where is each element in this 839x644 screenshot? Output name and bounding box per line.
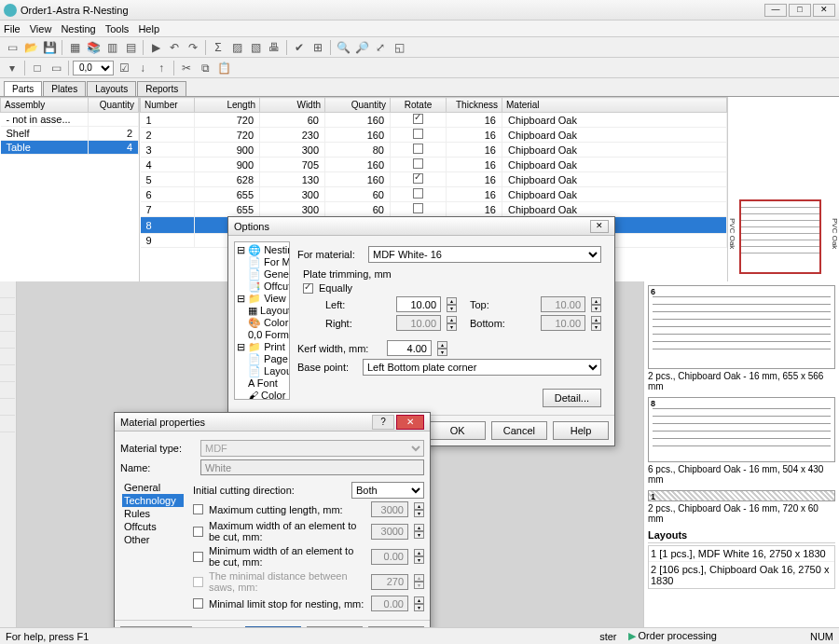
options-ok-button[interactable]: OK bbox=[430, 421, 486, 440]
zoom-fit-icon[interactable]: ⤢ bbox=[372, 39, 389, 56]
boxplus-icon[interactable]: □ bbox=[29, 60, 46, 76]
doc-icon[interactable]: ▤ bbox=[122, 39, 139, 56]
base-combo[interactable]: Left Bottom plate corner bbox=[363, 359, 601, 376]
side-offcuts[interactable]: Offcuts bbox=[122, 520, 184, 533]
parts-row[interactable]: 66553006016Chipboard Oak bbox=[141, 187, 727, 202]
layouts-row[interactable]: 2 [106 pcs.], Chipboard Oak 16, 2750 x 1… bbox=[649, 562, 834, 588]
zoom-in-icon[interactable]: 🔍 bbox=[335, 39, 351, 56]
menu-nesting[interactable]: Nesting bbox=[61, 23, 95, 34]
col-rotate[interactable]: Rotate bbox=[391, 98, 447, 113]
up-icon[interactable]: ↑ bbox=[153, 60, 170, 76]
minw-checkbox[interactable] bbox=[193, 552, 203, 562]
options-tree[interactable]: ⊟ 🌐 Nesting 📄 For Material 📄 General 📑 O… bbox=[234, 241, 290, 400]
new-icon[interactable]: ▭ bbox=[4, 39, 21, 56]
vtool-5[interactable] bbox=[0, 349, 15, 365]
vtool-9[interactable] bbox=[0, 416, 15, 432]
options-help-button[interactable]: Help bbox=[553, 421, 609, 440]
parts-row[interactable]: 272023016016Chipboard Oak bbox=[141, 128, 727, 143]
maxw-checkbox[interactable] bbox=[193, 527, 203, 537]
menu-file[interactable]: File bbox=[4, 23, 21, 34]
grid-icon[interactable]: ⊞ bbox=[309, 39, 326, 56]
down-icon[interactable]: ↓ bbox=[134, 60, 151, 76]
paste-icon[interactable]: 📋 bbox=[215, 60, 232, 76]
rotate-checkbox[interactable] bbox=[413, 129, 423, 139]
zoom-out-icon[interactable]: 🔎 bbox=[353, 39, 370, 56]
sigma-icon[interactable]: Σ bbox=[210, 39, 227, 56]
undo-icon[interactable]: ↶ bbox=[166, 39, 183, 56]
checklist-icon[interactable]: ☑ bbox=[116, 60, 132, 76]
sheet-icon[interactable]: ▥ bbox=[103, 39, 120, 56]
open-icon[interactable]: 📂 bbox=[22, 39, 39, 56]
rotate-checkbox[interactable] bbox=[413, 203, 423, 213]
thumb-1[interactable]: 1 bbox=[648, 490, 835, 501]
chart-icon[interactable]: ▨ bbox=[228, 39, 245, 56]
boxminus-icon[interactable]: ▭ bbox=[48, 60, 64, 76]
options-cancel-button[interactable]: Cancel bbox=[491, 421, 547, 440]
col-thickness[interactable]: Thickness bbox=[447, 98, 502, 113]
col-quantity[interactable]: Quantity bbox=[325, 98, 391, 113]
parts-row[interactable]: 39003008016Chipboard Oak bbox=[141, 143, 727, 158]
vtool-2[interactable] bbox=[0, 298, 15, 315]
tab-parts[interactable]: Parts bbox=[4, 81, 42, 96]
maxlen-checkbox[interactable] bbox=[193, 504, 203, 514]
format-combo[interactable]: 0,0 bbox=[73, 61, 114, 75]
col-material[interactable]: Material bbox=[502, 98, 727, 113]
vtool-7[interactable] bbox=[0, 382, 15, 399]
zoom-sel-icon[interactable]: ◱ bbox=[391, 39, 407, 56]
thumb-6[interactable]: 6 bbox=[648, 285, 835, 369]
rotate-checkbox[interactable] bbox=[413, 188, 423, 199]
parts-row[interactable]: 76553006016Chipboard Oak bbox=[141, 202, 727, 217]
menu-tools[interactable]: Tools bbox=[105, 23, 130, 34]
copy-icon[interactable]: ⧉ bbox=[197, 60, 213, 76]
books-icon[interactable]: 📚 bbox=[85, 39, 102, 56]
export-icon[interactable]: ▧ bbox=[247, 39, 264, 56]
rotate-checkbox[interactable] bbox=[413, 173, 423, 184]
mat-help-icon[interactable]: ? bbox=[372, 415, 394, 430]
for-material-combo[interactable]: MDF White- 16 bbox=[368, 246, 601, 263]
side-general[interactable]: General bbox=[122, 481, 184, 494]
options-close-icon[interactable]: ✕ bbox=[590, 220, 609, 233]
layouts-row[interactable]: 1 [1 pcs.], MDF White 16, 2750 x 1830 bbox=[649, 546, 834, 562]
rotate-checkbox[interactable] bbox=[413, 158, 423, 169]
vtool-8[interactable] bbox=[0, 399, 15, 416]
tile-icon[interactable]: ▦ bbox=[66, 39, 83, 56]
save-icon[interactable]: 💾 bbox=[41, 39, 58, 56]
col-width[interactable]: Width bbox=[260, 98, 325, 113]
col-length[interactable]: Length bbox=[195, 98, 260, 113]
col-qty[interactable]: Quantity bbox=[89, 98, 139, 113]
parts-row[interactable]: 17206016016Chipboard Oak bbox=[141, 113, 727, 128]
menu-view[interactable]: View bbox=[30, 23, 52, 34]
col-assembly[interactable]: Assembly bbox=[1, 98, 89, 113]
tab-plates[interactable]: Plates bbox=[43, 81, 86, 96]
minimize-button[interactable]: — bbox=[764, 4, 787, 17]
rotate-checkbox[interactable] bbox=[413, 144, 423, 154]
thumb-8[interactable]: 8 bbox=[648, 397, 835, 462]
vtool-1[interactable] bbox=[0, 281, 15, 298]
kerf-input[interactable] bbox=[387, 340, 432, 356]
vtool-4[interactable] bbox=[0, 332, 15, 349]
side-other[interactable]: Other bbox=[122, 533, 184, 546]
side-rules[interactable]: Rules bbox=[122, 507, 184, 520]
assembly-grid[interactable]: AssemblyQuantity - not in asse... Shelf2… bbox=[0, 97, 139, 155]
dir-combo[interactable]: Both bbox=[351, 482, 424, 499]
menu-help[interactable]: Help bbox=[138, 23, 159, 34]
tab-layouts[interactable]: Layouts bbox=[87, 81, 136, 96]
mat-close-icon[interactable]: ✕ bbox=[396, 415, 424, 430]
maximize-button[interactable]: □ bbox=[789, 4, 811, 17]
cut-icon[interactable]: ✂ bbox=[178, 60, 195, 76]
col-number[interactable]: Number bbox=[141, 98, 195, 113]
detail-button[interactable]: Detail... bbox=[543, 389, 601, 407]
layers-icon[interactable]: ▾ bbox=[4, 60, 21, 76]
redo-icon[interactable]: ↷ bbox=[185, 39, 201, 56]
vtool-3[interactable] bbox=[0, 315, 15, 332]
check-icon[interactable]: ✔ bbox=[291, 39, 308, 56]
parts-row[interactable]: 490070516016Chipboard Oak bbox=[141, 158, 727, 172]
tab-reports[interactable]: Reports bbox=[137, 81, 186, 96]
play-icon[interactable]: ▶ bbox=[147, 39, 164, 56]
rotate-checkbox[interactable] bbox=[413, 114, 423, 124]
minlimit-checkbox[interactable] bbox=[193, 598, 203, 609]
side-technology[interactable]: Technology bbox=[122, 494, 184, 507]
parts-row[interactable]: 562813016016Chipboard Oak bbox=[141, 172, 727, 187]
close-button[interactable]: ✕ bbox=[813, 4, 835, 17]
equally-checkbox[interactable] bbox=[303, 283, 313, 294]
